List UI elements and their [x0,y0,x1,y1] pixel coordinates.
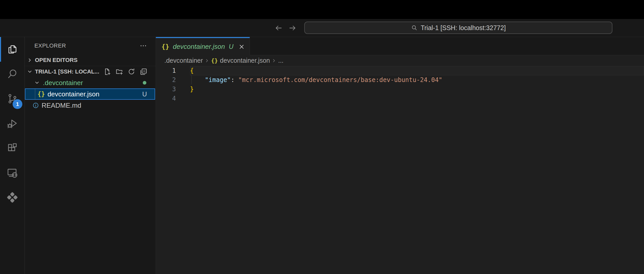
tree-item-devcontainer-json[interactable]: {} devcontainer.json U [25,88,155,100]
remote-explorer-icon [6,167,18,179]
collapse-folders-button[interactable] [139,68,148,76]
activity-item-remote-explorer[interactable] [0,160,25,185]
activity-item-containers[interactable] [0,185,25,210]
code-line: 4 [156,94,644,103]
chevron-right-icon [27,57,33,63]
modified-contents-dot [143,81,146,85]
files-icon [6,43,18,55]
command-center-search[interactable]: Trial-1 [SSH: localhost:32772] [304,22,612,34]
tree-item-devcontainer-folder[interactable]: .devcontainer [25,77,156,88]
vscode-window: Trial-1 [SSH: localhost:32772] 1 [0,0,644,274]
ellipsis-icon [139,42,147,50]
new-file-button[interactable] [103,68,111,76]
line-number[interactable]: 2 [156,75,190,85]
folder-label: .devcontainer [43,79,83,87]
arrow-left-icon [274,24,283,32]
system-top-strip [0,0,644,19]
line-number[interactable]: 3 [156,85,190,94]
arrow-right-icon [288,24,297,32]
key-token: "image" [205,76,231,84]
command-center-label: Trial-1 [SSH: localhost:32772] [421,24,506,32]
line-number[interactable]: 4 [156,94,190,103]
colon-token: : [231,76,238,84]
search-icon [6,68,18,80]
refresh-button[interactable] [127,68,136,76]
json-file-icon: {} [211,57,218,64]
code-text: "image": "mcr.microsoft.com/devcontainer… [190,75,442,85]
file-label: README.md [42,102,81,109]
containers-icon [6,191,18,204]
refresh-icon [127,68,136,76]
json-file-icon: {} [162,43,169,50]
tab-git-badge: U [229,43,233,50]
breadcrumb-folder[interactable]: .devcontainer [164,57,203,64]
tab-strip: {} devcontainer.json U [156,37,644,55]
workspace-section[interactable]: TRIAL-1 [SSH: LOCAL... [25,66,156,77]
activity-item-explorer[interactable] [0,37,25,62]
string-token: "mcr.microsoft.com/devcontainers/base:de… [238,76,442,84]
breadcrumbs: .devcontainer {} devcontainer.json ... [156,55,644,66]
source-control-badge: 1 [13,99,22,109]
indent-token [190,76,205,84]
tab-label: devcontainer.json [173,43,225,51]
activity-bar: 1 [0,37,25,274]
git-untracked-badge: U [142,90,147,98]
sidebar-header: EXPLORER [25,37,156,54]
readme-info-icon [32,102,39,109]
explorer-sidebar: EXPLORER OPEN EDITORS TRIAL-1 [SSH: LOCA… [25,37,156,274]
breadcrumb-file[interactable]: devcontainer.json [220,57,270,64]
code-line: 3 } [156,85,644,94]
open-editors-section[interactable]: OPEN EDITORS [25,54,156,66]
tab-close-button[interactable] [238,43,245,50]
activity-item-extensions[interactable] [0,136,25,160]
back-button[interactable] [274,24,283,32]
title-bar: Trial-1 [SSH: localhost:32772] [0,19,644,37]
code-text: } [190,85,194,94]
new-folder-icon [115,68,124,76]
breadcrumb-separator-icon [204,58,210,63]
code-text: { [190,66,194,75]
more-actions-button[interactable] [139,42,148,50]
json-file-icon: {} [37,90,45,98]
activity-item-run-debug[interactable] [0,111,25,136]
tab-devcontainer-json[interactable]: {} devcontainer.json U [156,37,250,55]
chevron-down-icon [34,80,40,86]
sidebar-title: EXPLORER [34,37,66,54]
open-brace-token: { [190,67,194,74]
line-number[interactable]: 1 [156,66,190,75]
code-editor[interactable]: 1 { 2 "image": "mcr.microsoft.com/devcon… [156,66,644,274]
workspace-label: TRIAL-1 [SSH: LOCAL... [35,68,99,75]
history-navigation [274,19,297,37]
explorer-actions [103,66,148,77]
breadcrumb-symbol[interactable]: ... [278,57,283,64]
tree-item-readme[interactable]: README.md [25,100,156,111]
code-line: 2 "image": "mcr.microsoft.com/devcontain… [156,75,644,85]
file-label: devcontainer.json [48,90,99,98]
search-icon [411,24,418,31]
activity-item-search[interactable] [0,62,25,86]
activity-item-source-control[interactable]: 1 [0,86,25,111]
tree-indent-guide [35,89,35,99]
close-icon [238,43,245,50]
new-folder-button[interactable] [115,68,124,76]
close-brace-token: } [190,86,194,93]
new-file-icon [103,68,111,76]
breadcrumb-separator-icon [271,58,277,63]
forward-button[interactable] [288,24,297,32]
editor-group: {} devcontainer.json U .devcontainer {} … [156,37,644,274]
code-line: 1 { [156,66,644,75]
collapse-all-icon [139,68,148,76]
open-editors-label: OPEN EDITORS [35,57,78,63]
extensions-icon [6,142,18,154]
debug-icon [6,117,18,129]
chevron-down-icon [27,69,33,75]
